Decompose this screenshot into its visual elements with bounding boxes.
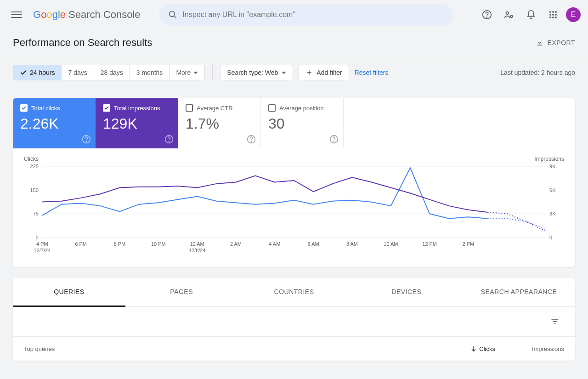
add-filter-button[interactable]: Add filter	[299, 65, 349, 80]
tabs-row: QUERIES PAGES COUNTRIES DEVICES SEARCH A…	[13, 278, 575, 307]
svg-text:8 AM: 8 AM	[346, 241, 358, 247]
range-24h[interactable]: 24 hours	[13, 65, 62, 80]
svg-line-1	[174, 16, 176, 18]
tab-queries[interactable]: QUERIES	[13, 278, 125, 307]
help-icon[interactable]	[329, 135, 339, 144]
checkbox-icon	[103, 104, 110, 112]
filter-icon[interactable]	[546, 312, 564, 331]
checkbox-icon	[20, 104, 28, 112]
svg-point-22	[251, 141, 252, 142]
menu-icon[interactable]	[7, 6, 26, 24]
apps-icon[interactable]	[544, 6, 562, 24]
svg-text:0: 0	[36, 235, 39, 240]
svg-text:4 PM: 4 PM	[36, 241, 48, 247]
help-icon[interactable]	[164, 135, 174, 144]
svg-text:10 AM: 10 AM	[384, 241, 398, 247]
reset-filters-link[interactable]: Reset filters	[355, 69, 389, 76]
performance-card: Total clicks 2.26K Total impressions 129…	[13, 98, 575, 267]
svg-point-13	[552, 17, 554, 18]
download-icon	[536, 39, 544, 47]
svg-point-8	[555, 11, 557, 13]
svg-text:2 PM: 2 PM	[463, 241, 475, 247]
avatar[interactable]: E	[566, 7, 581, 22]
tab-countries[interactable]: COUNTRIES	[238, 278, 351, 306]
svg-text:12 PM: 12 PM	[422, 241, 437, 247]
app-header: Google Search Console E	[0, 0, 588, 29]
table-header: Top queries Clicks Impressions	[13, 336, 575, 361]
svg-text:12/8/24: 12/8/24	[189, 248, 206, 253]
svg-text:6 AM: 6 AM	[308, 241, 319, 247]
caret-down-icon	[282, 72, 286, 74]
svg-text:6K: 6K	[549, 187, 556, 193]
range-3m[interactable]: 3 months	[130, 65, 170, 80]
svg-text:0: 0	[549, 235, 552, 240]
search-icon	[168, 10, 177, 19]
search-box[interactable]	[159, 4, 453, 26]
svg-point-20	[169, 141, 170, 142]
tab-devices[interactable]: DEVICES	[350, 278, 463, 306]
svg-point-3	[487, 17, 487, 17]
help-icon[interactable]	[247, 135, 256, 144]
svg-point-10	[552, 14, 554, 16]
svg-point-6	[549, 11, 551, 13]
checkbox-icon	[268, 104, 276, 112]
svg-text:2 AM: 2 AM	[230, 241, 242, 247]
svg-point-5	[510, 15, 513, 17]
right-axis-label: Impressions	[534, 156, 564, 162]
svg-text:12 AM: 12 AM	[190, 241, 204, 247]
metric-clicks[interactable]: Total clicks 2.26K	[13, 98, 96, 148]
last-updated-text: Last updated: 2 hours ago	[500, 69, 575, 76]
metrics-row: Total clicks 2.26K Total impressions 129…	[13, 98, 575, 148]
page-header: Performance on Search results EXPORT	[0, 29, 588, 58]
tab-pages[interactable]: PAGES	[125, 278, 238, 306]
col-clicks[interactable]: Clicks	[470, 345, 495, 352]
divider	[212, 65, 213, 80]
check-icon	[20, 69, 27, 76]
svg-point-4	[506, 12, 509, 14]
notifications-icon[interactable]	[522, 6, 540, 24]
svg-point-18	[86, 141, 87, 142]
svg-text:75: 75	[33, 211, 39, 216]
export-button[interactable]: EXPORT	[536, 39, 575, 47]
users-icon[interactable]	[500, 6, 518, 24]
caret-down-icon	[193, 72, 198, 74]
plus-icon	[305, 69, 313, 76]
range-more[interactable]: More	[170, 65, 204, 80]
date-range-group: 24 hours 7 days 28 days 3 months More	[13, 65, 205, 80]
left-axis-label: Clicks	[24, 156, 39, 162]
col-queries: Top queries	[24, 345, 470, 352]
svg-text:225: 225	[30, 164, 39, 169]
metric-impressions[interactable]: Total impressions 129K	[96, 98, 178, 148]
metric-ctr[interactable]: Average CTR 1.7%	[178, 98, 261, 148]
svg-text:10 PM: 10 PM	[151, 241, 166, 247]
dimensions-card: QUERIES PAGES COUNTRIES DEVICES SEARCH A…	[13, 278, 575, 361]
svg-text:8 PM: 8 PM	[114, 241, 126, 247]
svg-text:3K: 3K	[549, 211, 556, 216]
svg-point-0	[169, 11, 175, 17]
svg-text:9K: 9K	[549, 164, 556, 169]
svg-point-7	[552, 11, 554, 13]
metric-position[interactable]: Average position 30	[261, 98, 344, 148]
help-icon[interactable]	[82, 135, 91, 144]
tab-search-appearance[interactable]: SEARCH APPEARANCE	[463, 278, 575, 306]
svg-point-11	[555, 14, 557, 16]
svg-text:4 AM: 4 AM	[269, 241, 280, 247]
col-impressions[interactable]: Impressions	[532, 345, 564, 352]
arrow-down-icon	[470, 345, 477, 352]
chart-area: Clicks Impressions 00753K1506K2259K4 PM1…	[13, 148, 575, 267]
help-icon[interactable]	[478, 6, 496, 24]
logo[interactable]: Google Search Console	[33, 9, 141, 21]
range-28d[interactable]: 28 days	[94, 65, 130, 80]
svg-point-24	[334, 141, 334, 142]
page-title: Performance on Search results	[13, 37, 152, 49]
svg-point-9	[549, 14, 551, 16]
svg-text:150: 150	[30, 187, 39, 193]
performance-chart[interactable]: 00753K1506K2259K4 PM12/7/246 PM8 PM10 PM…	[24, 164, 564, 256]
search-input[interactable]	[183, 11, 444, 19]
svg-point-14	[555, 17, 557, 18]
svg-text:6 PM: 6 PM	[75, 241, 87, 247]
product-name: Search Console	[68, 9, 141, 21]
checkbox-icon	[186, 104, 193, 112]
range-7d[interactable]: 7 days	[62, 65, 94, 80]
search-type-chip[interactable]: Search type: Web	[220, 65, 293, 80]
